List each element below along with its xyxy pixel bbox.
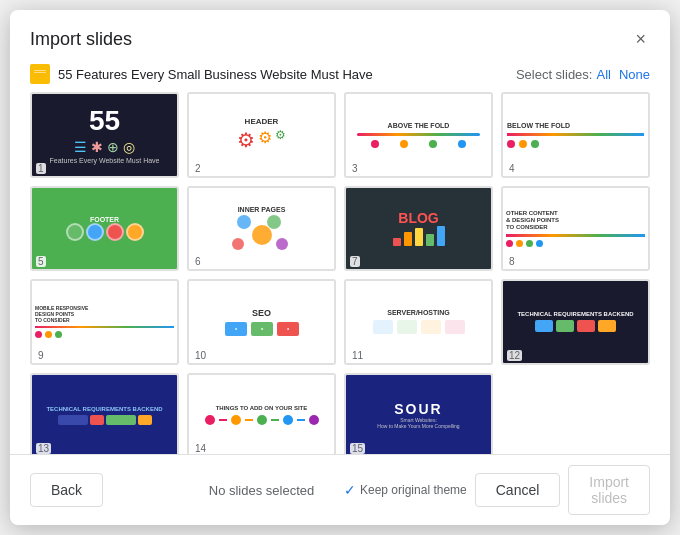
slide-thumb-7[interactable]: BLOG 7 <box>344 186 493 272</box>
slide-canvas-14: THINGS TO ADD ON YOUR SITE <box>189 375 334 454</box>
slide-canvas-9: MOBILE RESPONSIVEDESIGN POINTSTO CONSIDE… <box>32 281 177 363</box>
slide-canvas-4: BELOW THE FOLD <box>503 94 648 176</box>
slide-thumb-2[interactable]: HEADER ⚙ ⚙ ⚙ 2 <box>187 92 336 178</box>
slide-thumb-4[interactable]: BELOW THE FOLD 4 <box>501 92 650 178</box>
svg-rect-1 <box>34 70 46 71</box>
slide-thumb-1[interactable]: 55 ☰ ✱ ⊕ ◎ Features Every Website Must H… <box>30 92 179 178</box>
slide-thumb-9[interactable]: MOBILE RESPONSIVEDESIGN POINTSTO CONSIDE… <box>30 279 179 365</box>
slide-number-11: 11 <box>350 350 365 361</box>
slide-number-5: 5 <box>36 256 46 267</box>
slide-number-6: 6 <box>193 256 203 267</box>
slide-canvas-1: 55 ☰ ✱ ⊕ ◎ Features Every Website Must H… <box>32 94 177 176</box>
presentation-info: 55 Features Every Small Business Website… <box>30 64 373 84</box>
slide-number-3: 3 <box>350 163 360 174</box>
slide-thumb-14[interactable]: THINGS TO ADD ON YOUR SITE 14 <box>187 373 336 454</box>
select-none-link[interactable]: None <box>619 67 650 82</box>
dialog-header: Import slides × <box>10 10 670 60</box>
select-slides-label: Select slides: <box>516 67 593 82</box>
slide-thumb-12[interactable]: TECHNICAL REQUIREMENTS BACKEND 12 <box>501 279 650 365</box>
slide-canvas-5: FOOTER <box>32 188 177 270</box>
slide-canvas-7: BLOG <box>346 188 491 270</box>
dialog-title: Import slides <box>30 29 132 50</box>
slide-thumb-13[interactable]: TECHNICAL REQUIREMENTS BACKEND 13 <box>30 373 179 454</box>
slide-canvas-6: INNER PAGES <box>189 188 334 270</box>
slide-number-7: 7 <box>350 256 360 267</box>
slide-thumb-15[interactable]: SOUR Smart Websites:How to Make Yours Mo… <box>344 373 493 454</box>
slide-number-8: 8 <box>507 256 517 267</box>
footer-right: ✓ Keep original theme Cancel Import slid… <box>344 465 650 515</box>
keep-theme-option[interactable]: ✓ Keep original theme <box>344 482 467 498</box>
slide-number-2: 2 <box>193 163 203 174</box>
slide-canvas-8: OTHER CONTENT& DESIGN POINTSTO CONSIDER <box>503 188 648 270</box>
keep-theme-check: ✓ <box>344 482 356 498</box>
slide-canvas-10: SEO ⚬ ⚬ ⚬ <box>189 281 334 363</box>
slide-thumb-10[interactable]: SEO ⚬ ⚬ ⚬ 10 <box>187 279 336 365</box>
import-slides-button[interactable]: Import slides <box>568 465 650 515</box>
slide-number-12: 12 <box>507 350 522 361</box>
back-button[interactable]: Back <box>30 473 103 507</box>
slide-canvas-11: SERVER/HOSTING <box>346 281 491 363</box>
select-all-link[interactable]: All <box>596 67 610 82</box>
slide-number-4: 4 <box>507 163 517 174</box>
keep-theme-label: Keep original theme <box>360 483 467 497</box>
slide-thumb-11[interactable]: SERVER/HOSTING 11 <box>344 279 493 365</box>
slide-canvas-13: TECHNICAL REQUIREMENTS BACKEND <box>32 375 177 454</box>
footer-left: Back <box>30 473 179 507</box>
slide-canvas-3: ABOVE THE FOLD <box>346 94 491 176</box>
slide-thumb-5[interactable]: FOOTER 5 <box>30 186 179 272</box>
slide-thumb-3[interactable]: ABOVE THE FOLD 3 <box>344 92 493 178</box>
cancel-button[interactable]: Cancel <box>475 473 561 507</box>
slide-number-9: 9 <box>36 350 46 361</box>
selection-status: No slides selected <box>209 483 315 498</box>
slide-number-10: 10 <box>193 350 208 361</box>
svg-rect-2 <box>34 72 46 73</box>
subtitle-row: 55 Features Every Small Business Website… <box>10 60 670 92</box>
slide-canvas-2: HEADER ⚙ ⚙ ⚙ <box>189 94 334 176</box>
footer-center: No slides selected <box>187 483 336 498</box>
close-button[interactable]: × <box>631 26 650 52</box>
presentation-icon <box>30 64 50 84</box>
slide-canvas-15: SOUR Smart Websites:How to Make Yours Mo… <box>346 375 491 454</box>
slides-grid: 55 ☰ ✱ ⊕ ◎ Features Every Website Must H… <box>30 92 650 454</box>
slide-canvas-12: TECHNICAL REQUIREMENTS BACKEND <box>503 281 648 363</box>
slide-number-1: 1 <box>36 163 46 174</box>
slide-thumb-8[interactable]: OTHER CONTENT& DESIGN POINTSTO CONSIDER … <box>501 186 650 272</box>
select-slides-row: Select slides: All None <box>516 67 650 82</box>
slide-number-15: 15 <box>350 443 365 454</box>
import-slides-dialog: Import slides × 55 Features Every Small … <box>10 10 670 525</box>
slide-thumb-6[interactable]: INNER PAGES 6 <box>187 186 336 272</box>
slides-grid-wrapper[interactable]: 55 ☰ ✱ ⊕ ◎ Features Every Website Must H… <box>10 92 670 454</box>
slide-number-14: 14 <box>193 443 208 454</box>
presentation-title: 55 Features Every Small Business Website… <box>58 67 373 82</box>
slide-number-13: 13 <box>36 443 51 454</box>
dialog-footer: Back No slides selected ✓ Keep original … <box>10 454 670 525</box>
